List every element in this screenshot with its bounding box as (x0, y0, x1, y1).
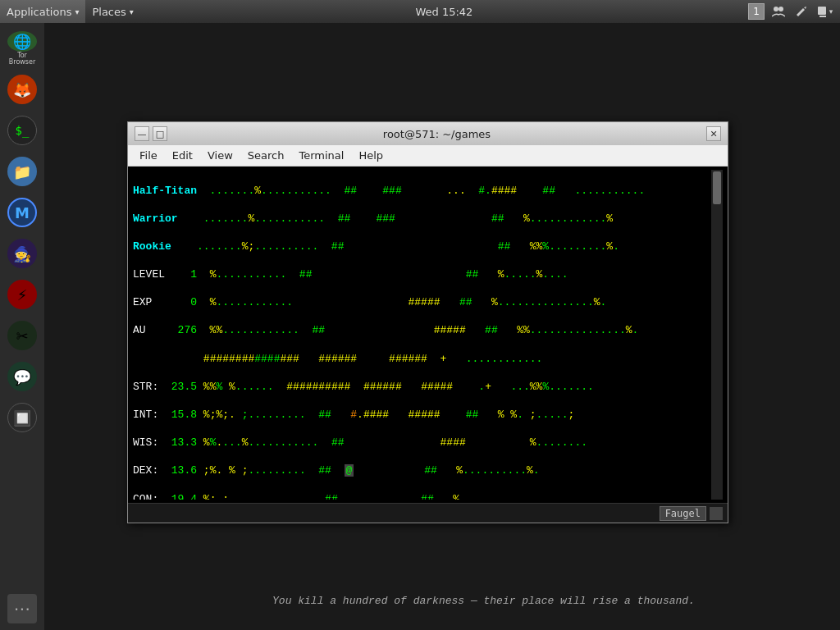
scissors-icon: ✂ (7, 321, 37, 350)
sidebar-item-grid[interactable]: 🔲 (3, 399, 41, 436)
notifications-icon[interactable]: ▾ (815, 2, 833, 21)
sidebar-item-tor-browser[interactable]: 🌐 Tor Browser (3, 30, 41, 67)
files-icon: 📁 (7, 157, 37, 186)
game-icon: 🧙 (7, 239, 37, 268)
sidebar-item-scissors[interactable]: ✂ (3, 317, 41, 354)
sidebar-item-game[interactable]: 🧙 (3, 235, 41, 272)
terminal-scrollbar[interactable] (711, 170, 723, 500)
svg-point-0 (774, 7, 778, 11)
menu-view[interactable]: View (201, 148, 240, 163)
svg-point-1 (778, 7, 783, 11)
sidebar-item-firefox[interactable]: 🦊 (3, 71, 41, 108)
menu-terminal[interactable]: Terminal (292, 148, 350, 163)
maximize-button[interactable]: □ (153, 126, 167, 141)
applications-menu[interactable]: Applications ▾ (0, 0, 85, 23)
workspace-indicator[interactable]: 1 (748, 3, 765, 20)
terminal-window: — □ root@571: ~/games ✕ File Edit View S… (127, 121, 728, 523)
minimize-button[interactable]: — (135, 126, 149, 141)
terminal-menubar: File Edit View Search Terminal Help (128, 145, 728, 167)
terminal-content[interactable]: Half-Titan .......%........... ## ### ..… (128, 167, 728, 503)
menu-search[interactable]: Search (241, 148, 291, 163)
menu-file[interactable]: File (133, 148, 164, 163)
terminal-icon: $_ (7, 116, 37, 145)
lightning-icon: ⚡ (7, 280, 37, 309)
sidebar-item-chat[interactable]: 💬 (3, 358, 41, 395)
sidebar-item-lightning[interactable]: ⚡ (3, 276, 41, 313)
m-icon: M (7, 198, 37, 227)
bottom-message: You kill a hundred of darkness — their p… (127, 595, 840, 607)
applications-label: Applications (7, 6, 71, 18)
tor-browser-icon: 🌐 (7, 31, 37, 52)
terminal-titlebar: — □ root@571: ~/games ✕ (128, 122, 728, 145)
taskbar: Applications ▾ Places ▾ Wed 15:42 1 ▾ (0, 0, 840, 23)
people-icon[interactable] (769, 2, 788, 21)
character-name: Faugel (660, 506, 706, 521)
svg-rect-2 (818, 7, 826, 15)
apps-grid-button[interactable]: ⋯ (7, 594, 37, 623)
sidebar: 🌐 Tor Browser 🦊 $_ 📁 M 🧙 ⚡ ✂ 💬 🔲 ⋯ (0, 23, 44, 630)
menu-edit[interactable]: Edit (166, 148, 199, 163)
places-label: Places (92, 6, 126, 18)
tor-browser-label: Tor Browser (5, 52, 39, 66)
sidebar-item-files[interactable]: 📁 (3, 153, 41, 190)
terminal-text-area: Half-Titan .......%........... ## ### ..… (133, 170, 711, 500)
sidebar-item-m[interactable]: M (3, 194, 41, 231)
close-button[interactable]: ✕ (706, 126, 721, 141)
grid-icon: 🔲 (7, 403, 37, 432)
firefox-icon: 🦊 (7, 75, 37, 104)
sidebar-item-terminal[interactable]: $_ (3, 112, 41, 149)
pen-icon[interactable] (792, 2, 810, 21)
minimap-indicator (710, 507, 723, 520)
chat-icon: 💬 (7, 362, 37, 391)
places-menu[interactable]: Places ▾ (85, 0, 139, 23)
scroll-thumb[interactable] (713, 171, 721, 204)
terminal-statusbar: Faugel (128, 503, 728, 523)
applications-chevron: ▾ (75, 7, 79, 16)
datetime-display: Wed 15:42 (415, 6, 472, 18)
terminal-title: root@571: ~/games (171, 128, 703, 140)
menu-help[interactable]: Help (352, 148, 390, 163)
notifications-chevron: ▾ (829, 7, 833, 16)
places-chevron: ▾ (130, 7, 134, 16)
apps-grid-icon: ⋯ (14, 599, 30, 619)
